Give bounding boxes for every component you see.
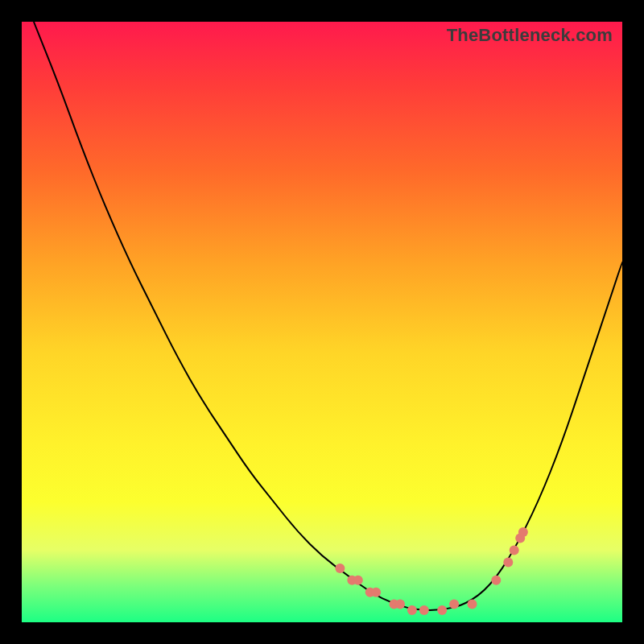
marker-dot <box>395 600 405 609</box>
marker-dot <box>468 600 477 609</box>
chart-svg <box>22 22 622 622</box>
marker-dot <box>503 557 513 567</box>
marker-dot <box>371 588 381 597</box>
chart-area: TheBottleneck.com <box>22 22 622 622</box>
marker-dot <box>419 605 429 615</box>
marker-group <box>335 527 528 615</box>
marker-dot <box>407 605 417 615</box>
bottleneck-curve <box>34 22 622 610</box>
marker-dot <box>491 576 501 585</box>
marker-dot <box>518 527 528 537</box>
marker-dot <box>510 546 519 555</box>
marker-dot <box>449 600 459 609</box>
marker-dot <box>353 576 363 585</box>
marker-dot <box>437 605 447 615</box>
marker-dot <box>335 564 345 573</box>
